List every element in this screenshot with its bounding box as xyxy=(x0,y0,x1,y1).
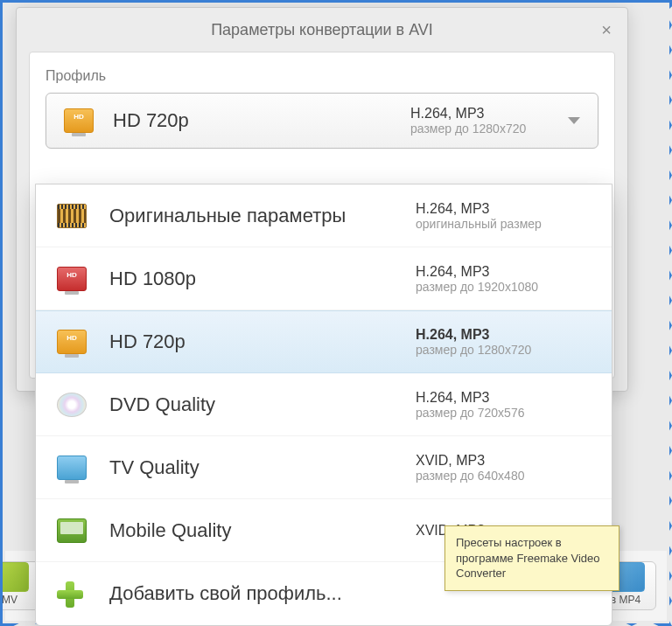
option-size: размер до 1920x1080 xyxy=(416,280,591,294)
monitor-blue-icon xyxy=(57,456,87,480)
monitor-hd-orange-icon xyxy=(57,330,87,354)
option-codec: H.264, MP3 xyxy=(416,264,591,280)
disc-icon xyxy=(57,393,87,417)
wmv-thumb xyxy=(0,562,29,592)
option-size: оригинальный размер xyxy=(416,217,591,231)
selected-profile-info: H.264, MP3 размер до 1280x720 xyxy=(410,106,559,136)
option-name: Оригинальные параметры xyxy=(109,205,416,227)
profile-option-original[interactable]: Оригинальные параметры H.264, MP3 оригин… xyxy=(36,184,612,247)
option-name: DVD Quality xyxy=(109,393,416,416)
annotation-callout: Пресеты настроек в программе Freemake Vi… xyxy=(444,525,620,591)
option-codec: XVID, MP3 xyxy=(416,453,591,469)
format-label: MV xyxy=(2,594,18,606)
option-codec: H.264, MP3 xyxy=(416,327,591,343)
profile-option-tv[interactable]: TV Quality XVID, MP3 размер до 640x480 xyxy=(36,436,612,499)
option-name: HD 720p xyxy=(109,330,416,353)
profile-dropdown[interactable]: HD 720p H.264, MP3 размер до 1280x720 xyxy=(46,93,598,149)
profile-option-720p[interactable]: HD 720p H.264, MP3 размер до 1280x720 xyxy=(36,310,612,373)
phone-icon xyxy=(57,518,87,543)
profile-option-1080p[interactable]: HD 1080p H.264, MP3 размер до 1920x1080 xyxy=(36,247,612,310)
profile-label: Профиль xyxy=(46,68,598,84)
plus-icon xyxy=(57,581,87,606)
option-name: HD 1080p xyxy=(109,268,416,290)
monitor-hd-orange-icon xyxy=(64,108,94,133)
option-codec: H.264, MP3 xyxy=(416,201,591,217)
dialog-titlebar: Параметры конвертации в AVI × xyxy=(17,8,627,52)
monitor-hd-red-icon xyxy=(57,267,87,291)
close-icon[interactable]: × xyxy=(601,20,612,40)
chevron-down-icon xyxy=(568,117,580,124)
selected-profile-name: HD 720p xyxy=(113,109,410,132)
option-size: размер до 1280x720 xyxy=(416,343,591,357)
profile-option-dvd[interactable]: DVD Quality H.264, MP3 размер до 720x576 xyxy=(36,373,612,436)
selected-codec: H.264, MP3 xyxy=(410,106,559,122)
selected-size: размер до 1280x720 xyxy=(410,122,559,136)
option-size: размер до 640x480 xyxy=(416,469,591,483)
option-size: размер до 720x576 xyxy=(416,406,591,420)
callout-text: Пресеты настроек в программе Freemake Vi… xyxy=(456,536,600,580)
dialog-title: Параметры конвертации в AVI xyxy=(211,21,433,39)
option-name: TV Quality xyxy=(109,456,416,479)
film-icon xyxy=(57,204,87,228)
option-name: Mobile Quality xyxy=(109,519,416,542)
option-codec: H.264, MP3 xyxy=(416,390,591,406)
format-label: в MP4 xyxy=(611,594,640,606)
